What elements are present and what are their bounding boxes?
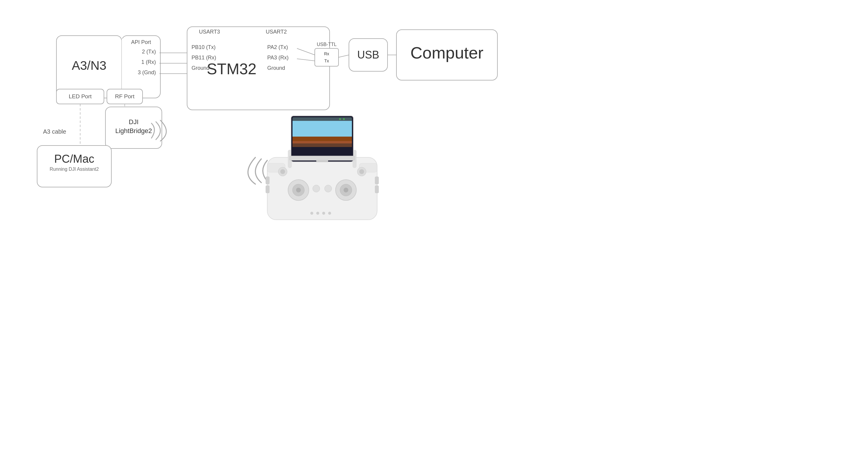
ground-label-stm32-left: Ground: [191, 65, 209, 71]
svg-point-52: [280, 169, 285, 174]
pb11-rx-label: PB11 (Rx): [191, 55, 216, 61]
api-port-2tx: 2 (Tx): [142, 49, 156, 55]
led-port-label: LED Port: [69, 93, 92, 99]
pcmac-label: PC/Mac: [54, 153, 94, 165]
svg-rect-6: [349, 39, 388, 71]
api-port-title: API Port: [131, 39, 151, 45]
svg-line-15: [297, 59, 315, 61]
usb-ttl-title: USB-TTL: [317, 42, 337, 47]
pa3-rx-label: PA3 (Rx): [267, 55, 289, 61]
lb2-label-line1: DJI: [129, 118, 139, 126]
a3n3-label: A3/N3: [72, 59, 106, 72]
svg-point-31: [339, 118, 341, 120]
svg-point-39: [344, 188, 348, 192]
svg-line-14: [297, 49, 315, 55]
svg-rect-7: [397, 30, 497, 80]
svg-point-43: [316, 212, 319, 215]
computer-label: Computer: [410, 43, 484, 62]
rf-port-label: RF Port: [115, 93, 134, 99]
svg-point-44: [322, 212, 325, 215]
svg-rect-50: [375, 186, 379, 193]
ground-label-stm32-right: Ground: [267, 65, 285, 71]
svg-rect-5: [187, 27, 330, 110]
svg-point-54: [359, 169, 364, 174]
usart3-label: USART3: [199, 29, 220, 35]
a3-cable-label: A3 cable: [43, 128, 66, 135]
pa2-tx-label: PA2 (Tx): [267, 44, 288, 50]
svg-rect-4: [107, 89, 143, 104]
wifi-lb2: [146, 117, 175, 147]
svg-point-40: [313, 185, 320, 192]
remote-controller: [258, 98, 386, 240]
svg-rect-3: [56, 89, 104, 104]
svg-line-16: [339, 55, 349, 57]
svg-point-32: [343, 118, 345, 120]
usb-ttl-tx: Tx: [324, 59, 329, 63]
svg-point-42: [310, 212, 313, 215]
usb-ttl-rx: Rx: [324, 52, 329, 56]
svg-rect-48: [266, 186, 269, 193]
svg-rect-49: [375, 177, 379, 184]
usb-label: USB: [357, 49, 379, 61]
svg-rect-1: [122, 36, 160, 98]
svg-rect-47: [266, 177, 269, 184]
api-port-1rx: 1 (Rx): [141, 59, 156, 65]
connection-lines: A3/N3 LED Port RF Port API Port 2 (Tx) 1…: [0, 0, 868, 449]
svg-point-41: [324, 185, 332, 192]
svg-rect-30: [292, 143, 352, 147]
pcmac-sub-label: Running DJI Assistant2: [50, 167, 99, 172]
svg-point-45: [328, 212, 331, 215]
svg-point-36: [296, 188, 301, 192]
svg-rect-10: [37, 146, 111, 187]
diagram-container: A3/N3 LED Port RF Port API Port 2 (Tx) 1…: [0, 0, 868, 449]
svg-rect-0: [56, 36, 122, 98]
stm32-label: STM32: [207, 60, 256, 77]
pb10-tx-label: PB10 (Tx): [191, 44, 216, 50]
svg-rect-46: [289, 156, 355, 160]
usart2-label: USART2: [266, 29, 287, 35]
api-port-3gnd: 3 (Gnd): [138, 69, 156, 75]
svg-rect-8: [315, 49, 339, 66]
